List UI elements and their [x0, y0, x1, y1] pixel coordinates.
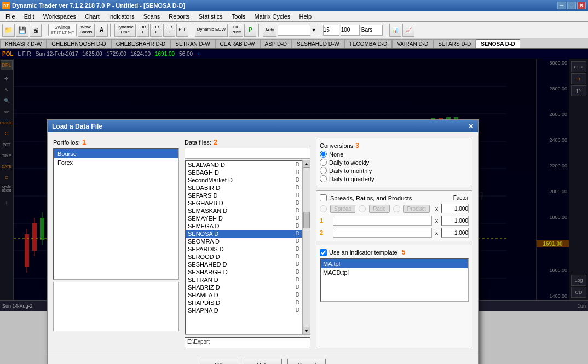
tab-ghebeshahr[interactable]: GHEBESHAHR D-D	[111, 39, 171, 48]
dynamic-time-button[interactable]: DynamicTime	[114, 24, 136, 37]
tab-setran[interactable]: SETRAN D-W	[170, 39, 215, 48]
spread-button[interactable]: Spread	[330, 205, 355, 213]
a-button[interactable]: A	[96, 24, 108, 37]
tab-khnasir[interactable]: KHNASIR D-W	[0, 39, 47, 48]
data-list-scrollbar[interactable]: ▲ ▼	[303, 160, 310, 335]
menu-matrix-cycles[interactable]: Matrix Cycles	[250, 11, 295, 21]
data-item-seshahed[interactable]: SESHAHED DD	[186, 261, 302, 268]
pt-button[interactable]: P-T	[176, 24, 188, 37]
data-item-sefars[interactable]: SEFARS DD	[186, 192, 302, 199]
close-button[interactable]: ✕	[577, 2, 586, 9]
radio-none[interactable]	[320, 151, 327, 158]
data-item-shamla[interactable]: SHAMLA DD	[186, 291, 302, 299]
data-item-senosa[interactable]: SENOSA DD	[186, 230, 302, 238]
radio-spread[interactable]	[320, 205, 327, 212]
formula-1-factor[interactable]	[441, 216, 469, 226]
scroll-track	[303, 168, 310, 327]
cancel-button[interactable]: Cancel	[287, 359, 326, 364]
data-item-setran[interactable]: SETRAN DD	[186, 276, 302, 284]
ok-button[interactable]: OK	[200, 359, 238, 364]
tab-senosa[interactable]: SENOSA D-D	[476, 39, 520, 48]
tab-sefars[interactable]: SEFARS D-D	[433, 39, 476, 48]
data-item-sebagh[interactable]: SEBAGH DD	[186, 169, 302, 176]
chart-btn1[interactable]: 📊	[389, 24, 401, 37]
menu-workspaces[interactable]: Workspaces	[39, 11, 80, 21]
menu-chart[interactable]: Chart	[80, 11, 104, 21]
menu-tools[interactable]: Tools	[227, 11, 250, 21]
period-input[interactable]	[323, 25, 339, 36]
menu-file[interactable]: File	[1, 11, 20, 21]
menu-help[interactable]: Help	[295, 11, 316, 21]
ratio-button[interactable]: Ratio	[369, 205, 389, 213]
indicator-checkbox[interactable]	[320, 249, 327, 256]
indicator-ma-tpl[interactable]: MA.tpl	[321, 259, 468, 268]
radio-product[interactable]	[393, 205, 400, 212]
menu-statistics[interactable]: Statistics	[194, 11, 227, 21]
data-item-secondmarket[interactable]: SecondMarket DD	[186, 176, 302, 184]
spreads-checkbox[interactable]	[320, 194, 327, 201]
data-item-shapdis[interactable]: SHAPDIS DD	[186, 299, 302, 307]
data-item-shabriz[interactable]: SHABRIZ DD	[186, 284, 302, 291]
data-item-semaskan[interactable]: SEMASKAN DD	[186, 207, 302, 215]
chart-btn2[interactable]: 📈	[402, 24, 414, 37]
help-button[interactable]: Help	[244, 359, 282, 364]
fib-t2-button[interactable]: FIBT	[150, 24, 162, 37]
radio-weekly[interactable]	[320, 159, 327, 166]
data-item-semega[interactable]: SEMEGA DD	[186, 222, 302, 230]
bars-input[interactable]	[341, 25, 360, 36]
data-item-sedabir[interactable]: SEDABIR DD	[186, 184, 302, 192]
tab-tecomba[interactable]: TECOMBA D-D	[344, 39, 392, 48]
auto-button[interactable]: Auto	[263, 24, 276, 37]
portfolio-bourse[interactable]: Bourse	[54, 149, 178, 158]
dynamic-eow-button[interactable]: Dynamic EOW	[195, 24, 228, 37]
tab-seshahed[interactable]: SESHAHED D-W	[292, 39, 344, 48]
bars-type-input[interactable]	[361, 25, 383, 36]
save-button[interactable]: 💾	[16, 24, 28, 37]
indicator-macd-tpl[interactable]: MACD.tpl	[321, 268, 468, 277]
radio-ratio[interactable]	[359, 205, 366, 212]
p-button[interactable]: P	[244, 24, 256, 37]
tab-asp[interactable]: ASP D-D	[260, 39, 292, 48]
fib-price-button[interactable]: FIBPrice	[229, 24, 243, 37]
fib-t1-button[interactable]: FIBT	[137, 24, 149, 37]
data-item-seomra[interactable]: SEOMRA DD	[186, 238, 302, 245]
scroll-thumb[interactable]	[303, 212, 310, 228]
data-item-segharb[interactable]: SEGHARB DD	[186, 199, 302, 207]
portfolio-forex[interactable]: Forex	[54, 158, 178, 167]
print-button[interactable]: 🖨	[30, 24, 42, 37]
data-item-semayeh[interactable]: SEMAYEH DD	[186, 215, 302, 222]
menu-indicators[interactable]: Indicators	[104, 11, 139, 21]
formula-1-input[interactable]	[333, 216, 432, 226]
product-button[interactable]: Product	[403, 205, 430, 213]
fib-t3-button[interactable]: FIBT	[163, 24, 175, 37]
scroll-down-button[interactable]: ▼	[303, 327, 310, 334]
data-item-seshargh[interactable]: SESHARGH DD	[186, 268, 302, 276]
data-search-input[interactable]	[185, 148, 310, 159]
tab-cearab[interactable]: CEARAB D-W	[215, 39, 260, 48]
radio-quarterly[interactable]	[320, 175, 327, 182]
tab-ghebehnoosh[interactable]: GHEBEHNOOSH D-D	[47, 39, 111, 48]
menu-scans[interactable]: Scans	[139, 11, 165, 21]
add-chart-button[interactable]: +	[197, 51, 200, 57]
tab-vairan[interactable]: VAIRAN D-D	[392, 39, 433, 48]
data-item-separdis[interactable]: SEPARDIS DD	[186, 245, 302, 253]
symbol-input[interactable]	[278, 25, 310, 36]
menu-edit[interactable]: Edit	[20, 11, 39, 21]
scroll-up-button[interactable]: ▲	[303, 160, 310, 168]
data-file-list[interactable]: SEALVAND DD SEBAGH DD SecondMarket DD SE…	[185, 160, 303, 335]
data-item-serood[interactable]: SEROOD DD	[186, 253, 302, 261]
data-item-shapna[interactable]: SHAPNA DD	[186, 307, 302, 314]
indicator-label: Use an indicator template	[329, 249, 397, 256]
dialog-close-button[interactable]: ✕	[468, 123, 474, 130]
formula-2-factor[interactable]	[441, 228, 469, 238]
maximize-button[interactable]: □	[567, 2, 576, 9]
minimize-button[interactable]: ─	[557, 2, 566, 9]
radio-monthly[interactable]	[320, 167, 327, 174]
menu-reports[interactable]: Reports	[164, 11, 194, 21]
wave-bands-button[interactable]: WaveBands	[78, 24, 95, 37]
main-factor-input[interactable]	[441, 204, 469, 213]
data-item-sealvand[interactable]: SEALVAND DD	[186, 161, 302, 169]
formula-2-input[interactable]	[333, 228, 432, 238]
dialog-overlay: Load a Data File ✕ Portfolios: 1 Bourse …	[0, 59, 588, 300]
open-button[interactable]: 📁	[2, 24, 15, 37]
